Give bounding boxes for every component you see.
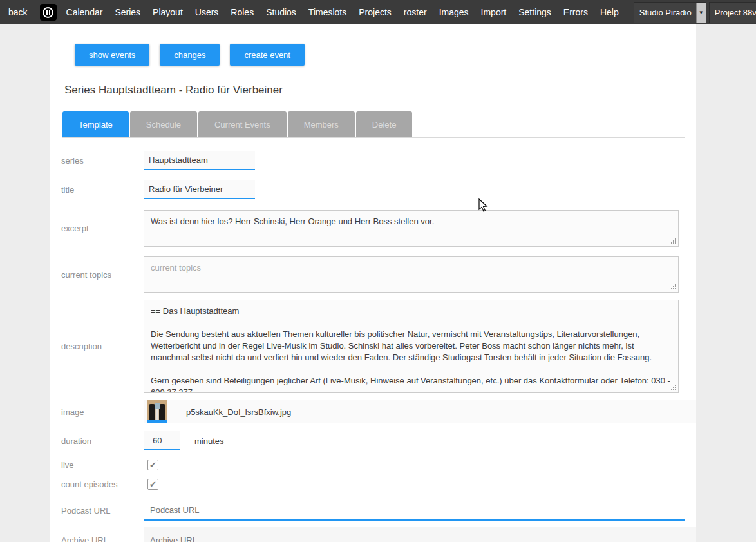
image-filename: p5skauKk_DoI_lsrsBfxiw.jpg: [186, 407, 291, 417]
nav-item-calendar[interactable]: Calendar: [66, 7, 103, 17]
nav-item-roles[interactable]: Roles: [231, 7, 254, 17]
podcast-url-label: Podcast URL: [50, 506, 144, 516]
content-card: show events changes create event Series …: [50, 24, 696, 542]
nav-item-series[interactable]: Series: [115, 7, 140, 17]
nav-item-users[interactable]: Users: [195, 7, 219, 17]
duration-label: duration: [50, 436, 144, 446]
archive-url-input[interactable]: [144, 530, 685, 542]
nav-item-images[interactable]: Images: [439, 7, 469, 17]
show-events-button[interactable]: show events: [75, 44, 149, 66]
title-input[interactable]: [144, 180, 255, 199]
changes-button[interactable]: changes: [160, 44, 220, 66]
series-label: series: [50, 156, 144, 166]
current-topics-label: current topics: [50, 270, 144, 280]
tab-template[interactable]: Template: [62, 111, 129, 137]
series-row: series: [50, 151, 696, 170]
series-image-thumbnail[interactable]: [147, 400, 167, 423]
nav-item-projects[interactable]: Projects: [359, 7, 392, 17]
podcast-url-input[interactable]: [144, 500, 685, 521]
back-link[interactable]: back: [8, 7, 28, 17]
excerpt-label: excerpt: [50, 224, 144, 233]
nav-item-studios[interactable]: Studios: [266, 7, 296, 17]
series-input[interactable]: [144, 151, 255, 170]
count-episodes-checkbox[interactable]: ✔: [147, 479, 158, 490]
nav-item-roster[interactable]: roster: [404, 7, 427, 17]
nav-item-help[interactable]: Help: [600, 7, 619, 17]
description-label: description: [50, 342, 144, 351]
duration-input[interactable]: [144, 431, 180, 450]
top-nav: back Calendar Series Playout Users Roles…: [0, 0, 756, 24]
tab-bar: Template Schedule Current Events Members…: [62, 111, 685, 138]
tab-members[interactable]: Members: [288, 111, 355, 137]
live-checkbox[interactable]: ✔: [147, 460, 158, 470]
tab-delete[interactable]: Delete: [356, 111, 413, 137]
archive-url-label: Archive URL: [50, 536, 144, 542]
nav-item-settings[interactable]: Settings: [518, 7, 551, 17]
current-topics-textarea[interactable]: [144, 256, 679, 293]
excerpt-textarea[interactable]: Was ist denn hier los? Herr Schinski, He…: [144, 210, 679, 247]
nav-item-timeslots[interactable]: Timeslots: [308, 7, 346, 17]
nav-item-import[interactable]: Import: [481, 7, 507, 17]
image-row: image p5skauKk_DoI_lsrsBfxiw.jpg: [50, 400, 696, 423]
excerpt-row: excerpt Was ist denn hier los? Herr Schi…: [50, 210, 696, 247]
count-episodes-row: count episodes ✔: [50, 479, 696, 490]
tab-current-events[interactable]: Current Events: [198, 111, 287, 137]
chevron-down-icon: ▼: [696, 3, 706, 23]
duration-row: duration minutes: [50, 431, 696, 450]
page-title: Series Hauptstadtteam - Radio für Vierbe…: [64, 84, 696, 97]
podcast-url-row: Podcast URL: [50, 500, 696, 521]
live-row: live ✔: [50, 460, 696, 470]
create-event-button[interactable]: create event: [230, 44, 305, 66]
live-label: live: [50, 460, 144, 470]
description-textarea[interactable]: == Das Hauptstadtteam Die Sendung besteh…: [144, 300, 679, 393]
studio-select[interactable]: Studio Piradio ▼: [634, 2, 706, 23]
current-topics-row: current topics: [50, 256, 696, 293]
piradio-logo-icon[interactable]: [40, 4, 57, 21]
duration-suffix: minutes: [194, 436, 224, 446]
description-row: description == Das Hauptstadtteam Die Se…: [50, 300, 696, 393]
nav-item-errors[interactable]: Errors: [563, 7, 588, 17]
project-select[interactable]: Project 88vier ▼: [709, 2, 756, 23]
title-label: title: [50, 185, 144, 195]
nav-item-playout[interactable]: Playout: [153, 7, 183, 17]
image-label: image: [50, 407, 144, 417]
archive-url-row: Archive URL: [50, 527, 696, 542]
count-episodes-label: count episodes: [50, 479, 144, 489]
title-row: title: [50, 180, 696, 199]
toolbar: show events changes create event: [50, 44, 696, 66]
tab-schedule[interactable]: Schedule: [130, 111, 197, 137]
